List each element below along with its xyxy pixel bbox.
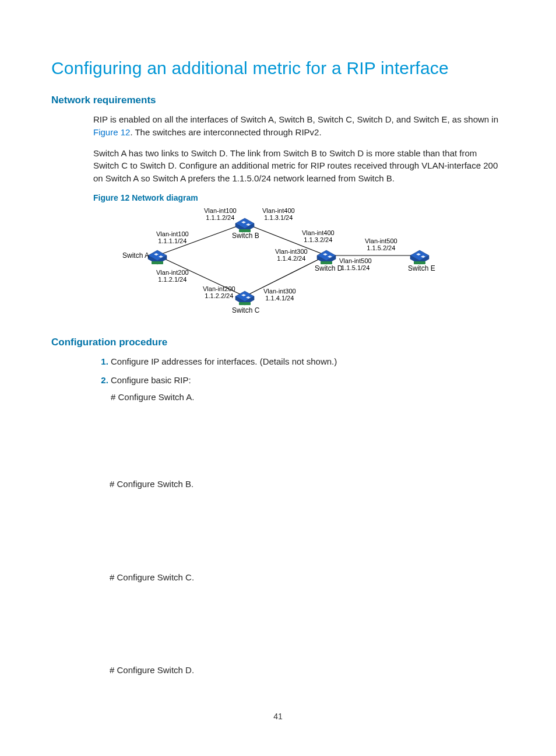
label-d-topleft: Vlan-int400 1.1.3.2/24 <box>302 229 335 243</box>
e-l-l2: 1.1.5.2/24 <box>367 244 395 251</box>
section-configuration-procedure: Configuration procedure <box>51 337 505 348</box>
page-number: 41 <box>0 712 556 721</box>
label-a-bot: Vlan-int200 1.1.2.1/24 <box>156 269 189 283</box>
switch-c-label: Switch C <box>232 306 259 314</box>
network-diagram: Switch A Switch B Switch C Switch D Swit… <box>93 206 505 323</box>
d-r-l2: 1.1.5.1/24 <box>341 264 370 271</box>
step-2-text: Configure basic RIP: <box>111 375 191 385</box>
req-p1-a: RIP is enabled on all the interfaces of … <box>93 114 498 124</box>
b-left-l1: Vlan-int100 <box>204 207 237 214</box>
d-r-l1: Vlan-int500 <box>339 257 372 264</box>
req-paragraph-1: RIP is enabled on all the interfaces of … <box>93 113 505 139</box>
a-top-l1: Vlan-int100 <box>156 230 189 237</box>
c-left-l2: 1.1.2.2/24 <box>205 292 233 299</box>
a-bot-l1: Vlan-int200 <box>156 269 189 276</box>
page-title: Configuring an additional metric for a R… <box>51 58 505 78</box>
label-d-right: Vlan-int500 1.1.5.1/24 <box>339 257 372 271</box>
cfg-switch-b: # Configure Switch B. <box>110 477 505 491</box>
step-1: Configure IP addresses for interfaces. (… <box>111 355 505 369</box>
label-a-top: Vlan-int100 1.1.1.1/24 <box>156 230 189 244</box>
b-left-l2: 1.1.1.2/24 <box>206 214 234 221</box>
a-top-l2: 1.1.1.1/24 <box>158 237 186 244</box>
switch-a-label: Switch A <box>122 251 149 260</box>
label-b-left: Vlan-int100 1.1.1.2/24 <box>204 207 237 221</box>
cfg-switch-a: # Configure Switch A. <box>111 391 505 404</box>
a-bot-l2: 1.1.2.1/24 <box>158 276 186 283</box>
d-tl-l2: 1.1.3.2/24 <box>304 236 332 243</box>
c-right-l1: Vlan-int300 <box>263 288 296 295</box>
d-tl-l1: Vlan-int400 <box>302 229 335 236</box>
req-p1-b: . The switches are interconnected throug… <box>130 127 321 137</box>
e-l-l1: Vlan-int500 <box>365 237 397 244</box>
section-network-requirements: Network requirements <box>51 94 505 106</box>
b-right-l1: Vlan-int400 <box>262 207 295 214</box>
step-2: Configure basic RIP: # Configure Switch … <box>111 374 505 404</box>
switch-d-label: Switch D <box>315 264 342 272</box>
cfg-switch-c: # Configure Switch C. <box>110 570 505 584</box>
b-right-l2: 1.1.3.1/24 <box>264 214 293 221</box>
req-paragraph-2: Switch A has two links to Switch D. The … <box>93 147 505 185</box>
figure-link[interactable]: Figure 12 <box>93 127 130 137</box>
switch-b-label: Switch B <box>232 232 259 240</box>
label-b-right: Vlan-int400 1.1.3.1/24 <box>262 207 295 221</box>
c-left-l1: Vlan-int200 <box>203 285 235 292</box>
label-c-left: Vlan-int200 1.1.2.2/24 <box>203 285 235 299</box>
label-c-right: Vlan-int300 1.1.4.1/24 <box>263 288 296 302</box>
switch-e-label: Switch E <box>408 264 435 272</box>
d-bl-l2: 1.1.4.2/24 <box>277 255 305 262</box>
cfg-switch-d: # Configure Switch D. <box>110 663 505 677</box>
step-1-text: Configure IP addresses for interfaces. (… <box>111 356 337 366</box>
label-e-left: Vlan-int500 1.1.5.2/24 <box>365 237 397 251</box>
c-right-l2: 1.1.4.1/24 <box>265 295 294 302</box>
label-d-botleft: Vlan-int300 1.1.4.2/24 <box>275 248 308 262</box>
figure-caption: Figure 12 Network diagram <box>93 193 505 202</box>
d-bl-l1: Vlan-int300 <box>275 248 308 255</box>
